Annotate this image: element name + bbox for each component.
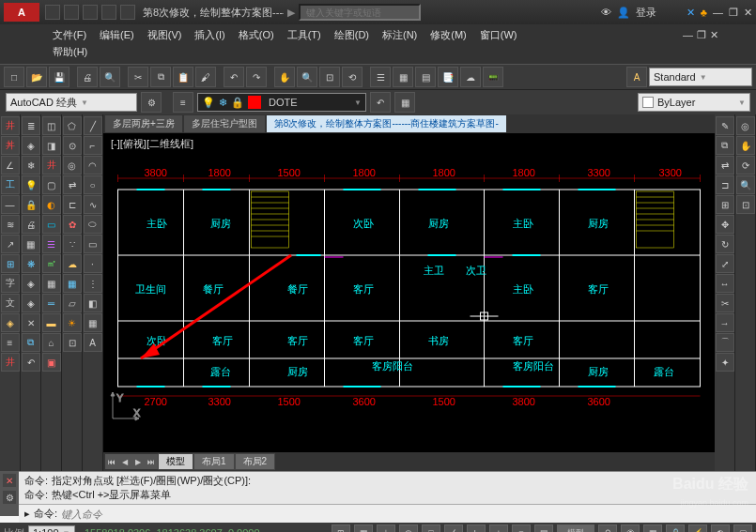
ortho-icon[interactable]: ⊥ (377, 524, 395, 532)
model-button[interactable]: 模型 (557, 524, 594, 532)
dim-style-icon[interactable]: A (626, 67, 647, 87)
ws-switch-icon[interactable]: ▦ (643, 524, 662, 532)
view-icon[interactable]: ⊡ (736, 195, 755, 214)
m2-icon[interactable]: ㎡ (42, 254, 61, 273)
line-icon[interactable]: — (1, 195, 20, 214)
pan2-icon[interactable]: ✋ (736, 136, 755, 155)
otrack-icon[interactable]: ∠ (444, 524, 463, 532)
slab-icon[interactable]: ▬ (42, 313, 61, 332)
stretch-icon[interactable]: ↔ (716, 274, 734, 293)
dyn-icon[interactable]: + (489, 524, 508, 532)
door-icon[interactable]: ◐ (42, 195, 61, 214)
menu-dimension[interactable]: 标注(N) (377, 26, 423, 44)
layout-tab-2[interactable]: 布局2 (235, 453, 276, 470)
layer-stack-icon[interactable]: ≣ (22, 116, 40, 135)
annoscale-icon[interactable]: ⚲ (598, 524, 617, 532)
design-center-icon[interactable]: ▦ (393, 67, 413, 87)
user-icon[interactable]: 👤 (617, 7, 630, 19)
help-icon[interactable]: ♣ (701, 7, 707, 18)
hatch-pattern-icon[interactable]: ▦ (63, 274, 82, 293)
zoom2-icon[interactable]: 🔍 (736, 175, 755, 194)
text-zi-icon[interactable]: 字 (1, 274, 20, 293)
menu-format[interactable]: 格式(O) (233, 26, 280, 44)
markup-icon[interactable]: ☁ (460, 67, 481, 87)
layer-states-icon[interactable]: ▦ (394, 92, 415, 113)
exchange-icon[interactable]: ✕ (687, 7, 695, 19)
spray-icon[interactable]: ∵ (63, 235, 82, 253)
layer-dropdown[interactable]: 💡❄🔒 DOTE ▼ (197, 93, 366, 112)
cmd-options-icon[interactable]: ⚙ (2, 490, 17, 505)
fillet-icon[interactable]: ⌒ (716, 333, 734, 352)
erase2-icon[interactable]: ✎ (716, 116, 734, 135)
close-icon[interactable]: ✕ (744, 7, 752, 19)
move-icon[interactable]: ✥ (716, 215, 734, 234)
color-dropdown[interactable]: ByLayer ▼ (638, 93, 750, 112)
extend-icon[interactable]: → (716, 313, 734, 332)
redo-icon[interactable]: ↷ (246, 67, 267, 87)
copy2-icon[interactable]: ⧉ (716, 136, 734, 155)
sun-icon[interactable]: ☀ (63, 313, 82, 332)
tab-next-icon[interactable]: ▶ (131, 454, 145, 469)
tab-prev-icon[interactable]: ◀ (118, 454, 131, 469)
layer-walk-icon[interactable]: ◈ (22, 294, 40, 312)
menu-modify[interactable]: 修改(M) (424, 26, 472, 44)
stair-icon[interactable]: ☰ (42, 235, 61, 253)
layer-iso-icon[interactable]: ◈ (22, 136, 40, 155)
zoom-window-icon[interactable]: ⊡ (319, 67, 340, 87)
circle-dot-icon[interactable]: ⊙ (63, 136, 82, 155)
layer-merge-icon[interactable]: ⧉ (22, 333, 40, 352)
qat-new-icon[interactable] (45, 5, 60, 20)
mirror-icon[interactable]: ⇄ (716, 156, 734, 175)
layer-plot-icon[interactable]: 🖨 (22, 215, 40, 234)
menu-tools[interactable]: 工具(T) (282, 26, 327, 44)
search-input[interactable] (299, 4, 421, 21)
axis-icon[interactable]: 丼 (1, 136, 20, 155)
doc-close-icon[interactable]: ✕ (710, 29, 718, 41)
flower-icon[interactable]: ✿ (63, 215, 82, 234)
grid-icon[interactable]: 井 (1, 116, 20, 135)
lock-ui-icon[interactable]: 🔒 (666, 524, 685, 532)
qat-open-icon[interactable] (64, 5, 79, 20)
isolate-icon[interactable]: ◐ (711, 524, 730, 532)
hatch2-icon[interactable]: 井 (1, 353, 20, 372)
menu-draw[interactable]: 绘图(D) (329, 26, 375, 44)
zoom-realtime-icon[interactable]: 🔍 (297, 67, 317, 87)
menu-edit[interactable]: 编辑(E) (94, 26, 140, 44)
swap-icon[interactable]: ⇄ (63, 175, 82, 194)
copy-icon[interactable]: ⧉ (150, 67, 171, 87)
section-icon[interactable]: ⊡ (63, 333, 82, 352)
layout-tab-model[interactable]: 模型 (158, 453, 193, 470)
circle-icon[interactable]: ○ (84, 175, 102, 194)
tab-first-icon[interactable]: ⏮ (105, 454, 118, 469)
layer-state-icon[interactable]: ◈ (22, 274, 40, 293)
ellipse-icon[interactable]: ⬭ (84, 215, 102, 234)
region-icon[interactable]: ◧ (84, 294, 102, 312)
snap-icon[interactable]: ⊞ (332, 524, 350, 532)
pline-icon[interactable]: ⌐ (84, 136, 102, 155)
properties-icon[interactable]: ☰ (370, 67, 391, 87)
sheet-set-icon[interactable]: 📑 (438, 67, 458, 87)
erase-icon[interactable]: ◫ (42, 116, 61, 135)
array-icon[interactable]: ⊞ (716, 195, 734, 214)
room-icon[interactable]: ▣ (42, 353, 61, 372)
orbit-icon[interactable]: ⟳ (736, 156, 755, 175)
osnap-icon[interactable]: □ (422, 524, 440, 532)
tab-last-icon[interactable]: ⏭ (145, 454, 158, 469)
new-icon[interactable]: □ (4, 67, 24, 87)
lwt-icon[interactable]: ≡ (512, 524, 531, 532)
layer-previous-icon[interactable]: ↶ (370, 92, 391, 113)
menu-file[interactable]: 文件(F) (47, 26, 92, 44)
point-icon[interactable]: · (84, 254, 102, 273)
explode-icon[interactable]: ✦ (716, 353, 734, 372)
wall-icon[interactable]: 工 (1, 175, 20, 194)
command-input[interactable] (61, 509, 750, 520)
layer-freeze-icon[interactable]: ❄ (22, 156, 40, 175)
cloud-icon[interactable]: ☁ (63, 254, 82, 273)
area-icon[interactable]: ▱ (63, 294, 82, 312)
layer-match-icon[interactable]: ▦ (22, 235, 40, 253)
qat-save-icon[interactable] (83, 5, 98, 20)
pentagon-icon[interactable]: ⬠ (63, 116, 82, 135)
drawing-tab-3[interactable]: 第8次修改，绘制整体方案图------商住楼建筑方案草图- (267, 115, 506, 132)
menu-help[interactable]: 帮助(H) (47, 44, 93, 59)
title-arrow-icon[interactable]: ▶ (287, 7, 295, 19)
